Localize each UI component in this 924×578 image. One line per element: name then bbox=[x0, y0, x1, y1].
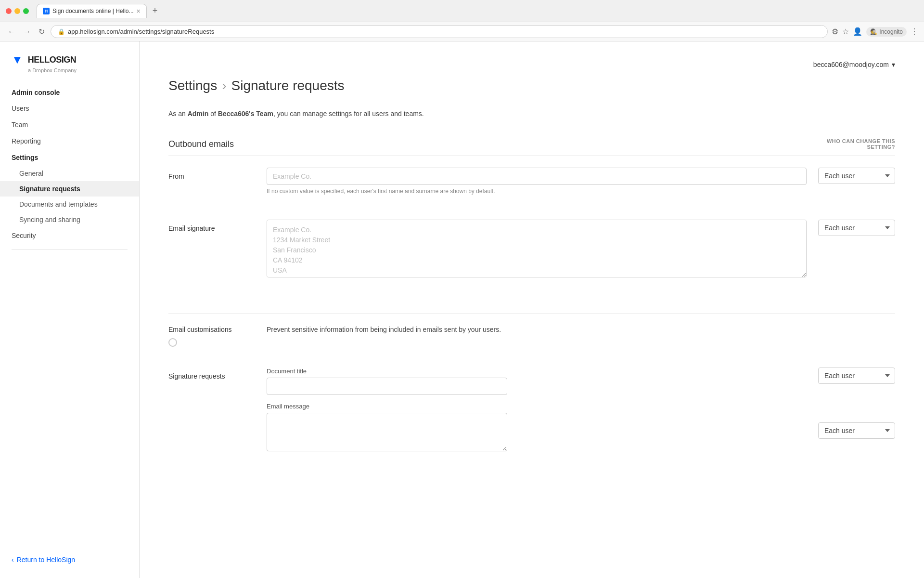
maximize-dot[interactable] bbox=[23, 8, 29, 14]
browser-tabs: H Sign documents online | Hello... × + bbox=[37, 4, 161, 18]
outbound-emails-title: Outbound emails bbox=[168, 139, 234, 149]
incognito-indicator: 🕵 Incognito bbox=[866, 27, 907, 37]
sidebar-divider bbox=[12, 250, 128, 250]
more-options-button[interactable]: ⋮ bbox=[911, 27, 918, 36]
return-to-hellosign-link[interactable]: ‹ Return to HelloSign bbox=[0, 552, 139, 567]
app-container: ▼ HELLOSIGN a Dropbox Company Admin cons… bbox=[0, 41, 924, 578]
sidebar-subitem-general[interactable]: General bbox=[0, 166, 139, 181]
outbound-emails-section: Outbound emails WHO CAN CHANGE THIS SETT… bbox=[168, 138, 895, 289]
email-customisations-radio[interactable] bbox=[168, 338, 177, 347]
logo-text: HELLOSIGN bbox=[28, 55, 77, 65]
browser-toolbar: ← → ↻ 🔒 app.hellosign.com/admin/settings… bbox=[0, 22, 924, 41]
email-message-textarea[interactable] bbox=[267, 413, 507, 451]
tab-close-button[interactable]: × bbox=[137, 7, 141, 15]
sidebar-logo: ▼ HELLOSIGN a Dropbox Company bbox=[0, 53, 139, 85]
sidebar-subitem-signature-requests[interactable]: Signature requests bbox=[0, 181, 139, 197]
user-header[interactable]: becca606@moodjoy.com ▾ bbox=[168, 61, 895, 68]
email-signature-dropdown[interactable]: Each user bbox=[818, 220, 895, 236]
email-message-dropdown[interactable]: Each user bbox=[818, 422, 895, 439]
incognito-icon: 🕵 bbox=[870, 28, 877, 35]
email-customisations-title: Email customisations bbox=[168, 326, 255, 333]
email-signature-content bbox=[267, 220, 807, 279]
signature-requests-content: Document title Email message bbox=[267, 368, 807, 453]
url-text: app.hellosign.com/admin/settings/signatu… bbox=[68, 28, 821, 35]
sidebar-nav: Users Team Reporting Settings General Si… bbox=[0, 100, 139, 244]
main-content: becca606@moodjoy.com ▾ Settings › Signat… bbox=[140, 41, 924, 578]
tab-favicon: H bbox=[43, 8, 50, 14]
sidebar-item-security[interactable]: Security bbox=[0, 227, 139, 244]
from-control: Each user bbox=[818, 168, 895, 184]
logo-triangle-icon: ▼ bbox=[12, 53, 23, 66]
refresh-button[interactable]: ↻ bbox=[37, 25, 47, 38]
sidebar-item-team[interactable]: Team bbox=[0, 117, 139, 133]
from-helper-text: If no custom value is specified, each us… bbox=[267, 188, 807, 195]
from-input[interactable] bbox=[267, 168, 807, 185]
browser-toolbar-right: ⚙ ☆ 👤 🕵 Incognito ⋮ bbox=[832, 27, 918, 37]
lock-icon: 🔒 bbox=[58, 28, 65, 35]
signature-requests-label: Signature requests bbox=[168, 368, 255, 380]
admin-console-label: Admin console bbox=[0, 85, 139, 100]
email-message-group: Email message bbox=[267, 403, 807, 453]
profile-icon[interactable]: 👤 bbox=[853, 27, 862, 36]
document-title-input[interactable] bbox=[267, 378, 507, 395]
logo-mark: ▼ HELLOSIGN bbox=[12, 53, 128, 66]
email-customisations-description: Prevent sensitive information from being… bbox=[267, 326, 895, 333]
browser-titlebar: H Sign documents online | Hello... × + bbox=[0, 0, 924, 22]
document-title-group: Document title bbox=[267, 368, 807, 395]
breadcrumb-separator: › bbox=[222, 78, 226, 93]
from-content: If no custom value is specified, each us… bbox=[267, 168, 807, 195]
minimize-dot[interactable] bbox=[14, 8, 20, 14]
signature-requests-section: Signature requests Document title Email … bbox=[168, 368, 895, 453]
breadcrumb: Settings › Signature requests bbox=[168, 78, 895, 93]
bookmark-icon[interactable]: ☆ bbox=[842, 27, 849, 36]
sidebar: ▼ HELLOSIGN a Dropbox Company Admin cons… bbox=[0, 41, 140, 578]
email-signature-control: Each user bbox=[818, 220, 895, 236]
sidebar-subitem-documents-templates[interactable]: Documents and templates bbox=[0, 197, 139, 212]
back-button[interactable]: ← bbox=[6, 26, 17, 38]
browser-chrome: H Sign documents online | Hello... × + ←… bbox=[0, 0, 924, 41]
forward-button[interactable]: → bbox=[21, 26, 33, 38]
document-title-field-label: Document title bbox=[267, 368, 807, 375]
signature-requests-controls: Each user Each user bbox=[818, 368, 895, 439]
section-header-outbound: Outbound emails WHO CAN CHANGE THIS SETT… bbox=[168, 138, 895, 156]
tab-title: Sign documents online | Hello... bbox=[52, 8, 134, 14]
active-tab[interactable]: H Sign documents online | Hello... × bbox=[37, 4, 147, 18]
email-customisations-row: Email customisations Prevent sensitive i… bbox=[168, 326, 895, 348]
close-dot[interactable] bbox=[6, 8, 12, 14]
signature-requests-row: Signature requests Document title Email … bbox=[168, 368, 895, 453]
section-header-customisations bbox=[168, 308, 895, 314]
who-can-change-label: WHO CAN CHANGE THIS SETTING? bbox=[827, 138, 895, 150]
email-message-field-label: Email message bbox=[267, 403, 807, 410]
user-email: becca606@moodjoy.com bbox=[813, 61, 889, 68]
from-label: From bbox=[168, 168, 255, 180]
email-signature-label: Email signature bbox=[168, 220, 255, 232]
user-dropdown-icon: ▾ bbox=[892, 61, 895, 68]
extensions-icon[interactable]: ⚙ bbox=[832, 27, 838, 36]
breadcrumb-parent[interactable]: Settings bbox=[168, 78, 217, 93]
email-signature-textarea[interactable] bbox=[267, 220, 807, 277]
breadcrumb-current: Signature requests bbox=[231, 78, 345, 93]
document-title-dropdown[interactable]: Each user bbox=[818, 368, 895, 384]
email-customisations-section: Email customisations Prevent sensitive i… bbox=[168, 308, 895, 348]
sidebar-item-users[interactable]: Users bbox=[0, 100, 139, 117]
from-row: From If no custom value is specified, ea… bbox=[168, 168, 895, 204]
url-bar[interactable]: 🔒 app.hellosign.com/admin/settings/signa… bbox=[51, 25, 828, 38]
browser-traffic-lights bbox=[6, 8, 29, 14]
logo-subtitle: a Dropbox Company bbox=[12, 67, 128, 73]
return-arrow-icon: ‹ bbox=[12, 556, 14, 564]
sidebar-item-reporting[interactable]: Reporting bbox=[0, 133, 139, 149]
from-dropdown[interactable]: Each user bbox=[818, 168, 895, 184]
admin-notice: As an Admin of Becca606's Team, you can … bbox=[168, 109, 895, 119]
sidebar-subitem-syncing-sharing[interactable]: Syncing and sharing bbox=[0, 212, 139, 227]
sidebar-item-settings[interactable]: Settings bbox=[0, 149, 139, 166]
email-signature-row: Email signature Each user bbox=[168, 220, 895, 289]
email-customisations-label-area: Email customisations bbox=[168, 326, 255, 348]
new-tab-button[interactable]: + bbox=[149, 4, 162, 18]
